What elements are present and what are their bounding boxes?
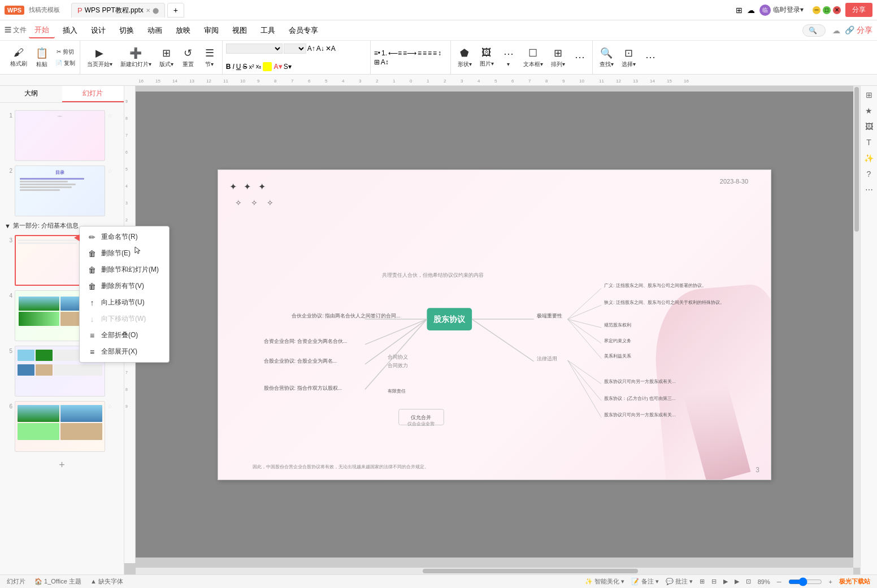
- close-button[interactable]: ✕: [833, 6, 841, 14]
- add-tab-btn[interactable]: +: [167, 3, 184, 18]
- play-icon-btn[interactable]: ▶: [735, 578, 739, 585]
- arrange-btn[interactable]: ⊞ 排列▾: [548, 43, 568, 72]
- textbox-btn[interactable]: ☐ 文本框▾: [520, 43, 546, 72]
- clear-format-btn[interactable]: ✕A: [325, 45, 336, 53]
- file-menu[interactable]: ☰ 文件: [5, 25, 27, 35]
- rs-help-icon[interactable]: ?: [867, 169, 871, 178]
- font-size-select[interactable]: [284, 43, 306, 54]
- wps-logo[interactable]: WPS: [5, 6, 24, 15]
- scrollbar-h-thumb[interactable]: [423, 569, 638, 573]
- image-btn[interactable]: 🖼 图片▾: [476, 43, 497, 72]
- ctx-collapse-all[interactable]: ≡ 全部折叠(O): [80, 327, 169, 343]
- menu-vip[interactable]: 会员专享: [283, 23, 324, 38]
- column-btn[interactable]: ⊞: [374, 58, 380, 66]
- find-btn[interactable]: 🔍 查找▾: [596, 43, 617, 72]
- rs-grid-icon[interactable]: ⊞: [866, 90, 872, 99]
- zoom-slider[interactable]: [788, 577, 822, 586]
- slide-item-1[interactable]: 1 """ ☆: [2, 108, 121, 163]
- menu-slideshow[interactable]: 放映: [170, 23, 196, 38]
- more3-btn[interactable]: ⋯: [640, 43, 661, 72]
- text-shadow-btn[interactable]: S▾: [284, 63, 292, 71]
- ctx-delete-all-sections[interactable]: 🗑 删除所有节(V): [80, 278, 169, 294]
- cloud-save-icon[interactable]: ☁: [832, 26, 840, 35]
- share-button[interactable]: 分享: [845, 3, 872, 17]
- superscript-btn[interactable]: x²: [249, 63, 254, 70]
- bullets-btn[interactable]: ≡•: [374, 49, 380, 57]
- find-template-btn[interactable]: 找稿壳模板: [29, 6, 60, 14]
- reset-btn[interactable]: ↺ 重置: [178, 43, 198, 72]
- menu-view[interactable]: 视图: [227, 23, 253, 38]
- window-layout-icon[interactable]: ⊞: [736, 6, 743, 15]
- zoom-decrease-btn[interactable]: ─: [777, 578, 782, 585]
- subscript-btn[interactable]: x₂: [256, 63, 262, 70]
- strikethrough-btn[interactable]: S: [242, 63, 247, 71]
- paste-btn[interactable]: 📋 粘贴: [32, 43, 52, 72]
- view-reader-btn[interactable]: ▶: [723, 578, 728, 585]
- menu-animation[interactable]: 动画: [142, 23, 168, 38]
- underline-btn[interactable]: U: [236, 63, 241, 71]
- select-btn[interactable]: ⊡ 选择▾: [618, 43, 639, 72]
- copy-btn[interactable]: 📄 复制: [53, 58, 77, 68]
- scrollbar-v-thumb[interactable]: [854, 87, 859, 232]
- menu-tools[interactable]: 工具: [255, 23, 281, 38]
- rs-image-icon[interactable]: 🖼: [865, 122, 873, 131]
- menu-transition[interactable]: 切换: [114, 23, 140, 38]
- ctx-move-up[interactable]: ↑ 向上移动节(U): [80, 294, 169, 311]
- comment-btn[interactable]: 💬 批注 ▾: [666, 577, 693, 586]
- ctx-delete-section[interactable]: 🗑 删除节(E): [80, 245, 169, 262]
- layout-btn[interactable]: ⊞ 版式▾: [156, 43, 177, 72]
- menu-design[interactable]: 设计: [85, 23, 111, 38]
- menu-search[interactable]: 🔍: [802, 24, 826, 37]
- format-brush-btn[interactable]: 🖌 格式刷: [7, 43, 31, 72]
- cut-btn[interactable]: ✂ 剪切: [53, 47, 77, 57]
- font-decrease-btn[interactable]: A↓: [316, 45, 324, 53]
- add-slide-btn[interactable]: +: [2, 455, 121, 476]
- scrollbar-horizontal[interactable]: [136, 568, 853, 574]
- slide-item-2[interactable]: 2 目录 ☆: [2, 164, 121, 218]
- font-increase-btn[interactable]: A↑: [307, 45, 315, 53]
- shape-btn[interactable]: ⬟ 形状▾: [454, 43, 475, 72]
- italic-btn[interactable]: I: [232, 63, 234, 71]
- menu-review[interactable]: 审阅: [198, 23, 224, 38]
- minimize-button[interactable]: ─: [813, 6, 820, 14]
- maximize-button[interactable]: □: [823, 6, 831, 14]
- ctx-expand-all[interactable]: ≡ 全部展开(X): [80, 343, 169, 360]
- zoom-increase-btn[interactable]: +: [829, 578, 832, 585]
- sidebar-tab-slides[interactable]: 幻灯片: [62, 86, 124, 102]
- increase-indent-btn[interactable]: ≡⟶: [403, 49, 416, 57]
- more-btn[interactable]: ⋯ ▾: [498, 43, 519, 72]
- ctx-delete-section-slides[interactable]: 🗑 删除节和幻灯片(M): [80, 262, 169, 278]
- sidebar-tab-outline[interactable]: 大纲: [0, 86, 62, 102]
- share-menu-icon[interactable]: 🔗 分享: [845, 25, 872, 36]
- view-grid-btn[interactable]: ⊟: [711, 578, 717, 585]
- decrease-indent-btn[interactable]: ⟵≡: [388, 49, 402, 57]
- file-tab[interactable]: P WPS PPT教程.pptx ✕ ⬤: [71, 3, 165, 18]
- play-btn[interactable]: ▶ 当页开始▾: [84, 43, 116, 72]
- justify-btn[interactable]: ≡: [433, 49, 437, 57]
- fit-btn[interactable]: ⊡: [746, 578, 751, 585]
- numbering-btn[interactable]: 1.: [381, 49, 387, 57]
- view-normal-btn[interactable]: ⊞: [700, 578, 705, 585]
- rs-more-icon[interactable]: ⋯: [865, 185, 873, 194]
- smart-beauty-btn[interactable]: ✨ 智能美化 ▾: [585, 577, 624, 586]
- rs-ai-icon[interactable]: ✨: [864, 154, 874, 163]
- note-btn[interactable]: 📝 备注 ▾: [631, 577, 658, 586]
- section-btn[interactable]: ☰ 节▾: [199, 43, 220, 72]
- bold-btn[interactable]: B: [226, 63, 231, 71]
- more2-btn[interactable]: ⋯: [570, 43, 590, 72]
- align-left-btn[interactable]: ≡: [418, 49, 422, 57]
- highlight-btn[interactable]: [263, 62, 272, 71]
- missing-font-label[interactable]: ▲ 缺失字体: [90, 577, 123, 586]
- menu-insert[interactable]: 插入: [57, 23, 83, 38]
- cloud-icon[interactable]: ☁: [747, 6, 755, 15]
- rs-star-icon[interactable]: ★: [865, 106, 872, 115]
- slide-item-6[interactable]: 6 ☆: [2, 399, 121, 454]
- rs-text-icon[interactable]: T: [866, 138, 871, 147]
- scrollbar-vertical[interactable]: [853, 86, 860, 568]
- menu-start[interactable]: 开始: [29, 23, 55, 38]
- line-spacing-btn[interactable]: ↕: [438, 49, 441, 57]
- direction-btn[interactable]: A↕: [381, 58, 389, 66]
- font-color-btn[interactable]: A▾: [273, 63, 282, 71]
- align-right-btn[interactable]: ≡: [428, 49, 432, 57]
- ctx-rename[interactable]: ✏ 重命名节(R): [80, 229, 169, 245]
